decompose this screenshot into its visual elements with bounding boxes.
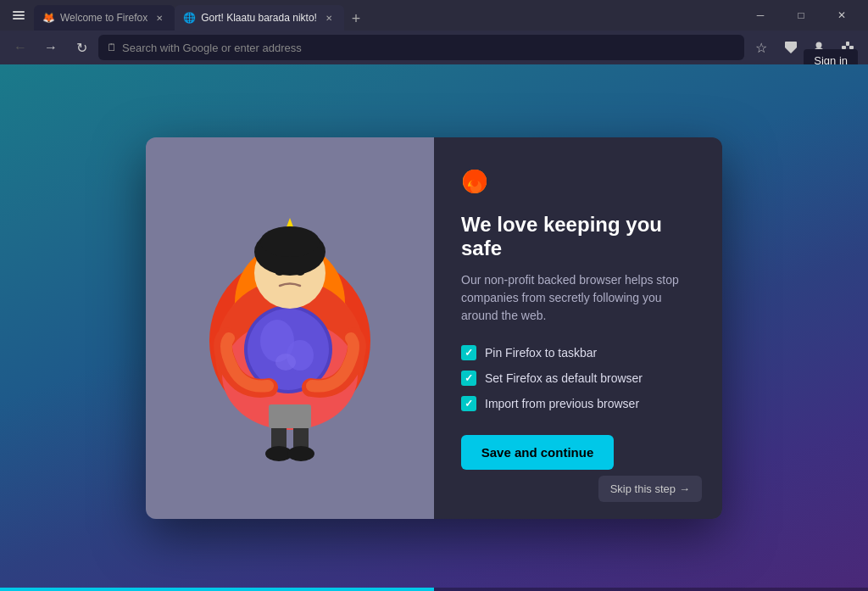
skip-step-label: Skip this step (610, 482, 676, 495)
card-description: Our non-profit backed browser helps stop… (461, 271, 695, 325)
close-btn[interactable]: ✕ (822, 3, 861, 28)
window-controls: ─ □ ✕ (741, 3, 861, 28)
tab2-favicon: 🌐 (183, 12, 196, 24)
refresh-btn[interactable]: ↻ (68, 34, 95, 61)
progress-bar-area (0, 588, 868, 591)
card-illustration (146, 137, 434, 519)
sidebar-toggle-btn[interactable] (7, 3, 31, 27)
svg-rect-1 (13, 14, 25, 16)
tab2-title: Gort! Klaatu barada nikto! (201, 12, 317, 24)
tab-klaatu[interactable]: 🌐 Gort! Klaatu barada nikto! ✕ (175, 5, 344, 31)
browser-content: We love keeping you safe Our non-profit … (0, 64, 868, 591)
minimize-btn[interactable]: ─ (741, 3, 780, 28)
onboarding-card: We love keeping you safe Our non-profit … (146, 137, 722, 519)
tabs-area: 🦊 Welcome to Firefox ✕ 🌐 Gort! Klaatu ba… (31, 0, 734, 31)
checkbox-item-default: ✓ Set Firefox as default browser (461, 371, 695, 386)
checkbox-item-pin: ✓ Pin Firefox to taskbar (461, 345, 695, 360)
svg-rect-29 (269, 404, 311, 428)
pocket-btn[interactable] (776, 34, 804, 61)
svg-rect-2 (13, 18, 25, 20)
tab1-favicon: 🦊 (42, 12, 55, 24)
address-bar[interactable]: 🗒 Search with Google or enter address (98, 35, 744, 60)
checkbox-list: ✓ Pin Firefox to taskbar ✓ Set Firefox a… (461, 345, 695, 411)
title-bar: 🦊 Welcome to Firefox ✕ 🌐 Gort! Klaatu ba… (0, 0, 868, 31)
svg-point-28 (287, 446, 314, 461)
new-tab-btn[interactable]: + (344, 7, 368, 31)
checkbox-pin-label: Pin Firefox to taskbar (485, 346, 597, 360)
tab1-title: Welcome to Firefox (60, 12, 147, 24)
svg-rect-0 (13, 11, 25, 13)
checkmark-icon-3: ✓ (465, 398, 473, 410)
save-continue-btn[interactable]: Save and continue (461, 435, 614, 470)
tab-welcome-firefox[interactable]: 🦊 Welcome to Firefox ✕ (34, 5, 175, 31)
toolbar: ← → ↻ 🗒 Search with Google or enter addr… (0, 31, 868, 64)
checkmark-icon-2: ✓ (465, 372, 473, 384)
page-icon: 🗒 (107, 42, 117, 53)
checkbox-default-browser[interactable]: ✓ (461, 371, 476, 386)
progress-fill (0, 588, 434, 591)
mascot-illustration (180, 192, 400, 464)
checkbox-item-import: ✓ Import from previous browser (461, 396, 695, 411)
skip-arrow-icon: → (679, 482, 690, 495)
card-content: We love keeping you safe Our non-profit … (434, 137, 722, 519)
svg-point-24 (296, 270, 304, 276)
svg-rect-5 (846, 42, 849, 46)
tab2-close-btn[interactable]: ✕ (322, 11, 336, 25)
svg-point-3 (816, 42, 822, 48)
tab1-close-btn[interactable]: ✕ (153, 11, 166, 25)
checkbox-import[interactable]: ✓ (461, 396, 476, 411)
bookmark-btn[interactable]: ☆ (748, 34, 775, 61)
browser-chrome: 🦊 Welcome to Firefox ✕ 🌐 Gort! Klaatu ba… (0, 0, 868, 64)
skip-step-btn[interactable]: Skip this step → (598, 476, 702, 502)
svg-point-19 (275, 354, 296, 371)
maximize-btn[interactable]: □ (782, 3, 821, 28)
checkbox-default-label: Set Firefox as default browser (485, 371, 643, 385)
checkmark-icon: ✓ (465, 347, 473, 359)
checkbox-pin-firefox[interactable]: ✓ (461, 345, 476, 360)
svg-point-23 (275, 270, 284, 276)
firefox-logo-icon (461, 168, 695, 201)
svg-point-22 (260, 226, 320, 257)
checkbox-import-label: Import from previous browser (485, 397, 639, 410)
address-text: Search with Google or enter address (122, 42, 302, 54)
card-title: We love keeping you safe (461, 213, 695, 262)
back-btn[interactable]: ← (7, 34, 34, 61)
forward-btn[interactable]: → (37, 34, 64, 61)
